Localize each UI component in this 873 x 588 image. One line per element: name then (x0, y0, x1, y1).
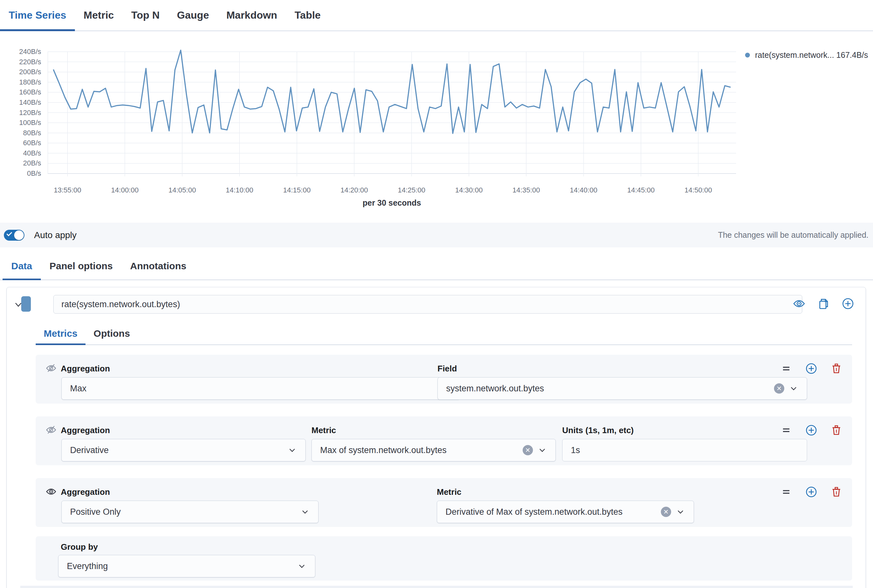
group-by-select[interactable]: Everything (58, 555, 315, 578)
aggregation-select[interactable]: Max (62, 377, 460, 400)
aggregation-label: Aggregation (61, 425, 110, 435)
tab-top-n[interactable]: Top N (122, 0, 168, 30)
legend-series-dot (745, 53, 750, 57)
units-input[interactable] (562, 439, 807, 461)
chevron-down-icon (287, 446, 297, 455)
clear-field-icon[interactable]: ✕ (774, 383, 784, 394)
add-metric-icon[interactable] (805, 485, 818, 499)
aggregation-select[interactable]: Derivative (62, 439, 306, 461)
editor-tabbar: Data Panel options Annotations (0, 252, 873, 280)
metric-select[interactable]: Max of system.network.out.bytes ✕ (311, 439, 556, 461)
auto-apply-toggle[interactable] (4, 230, 24, 241)
series-card: Metrics Options Aggregation Max Field sy… (6, 287, 866, 588)
x-tick-label: 13:55:00 (54, 186, 81, 194)
y-tick-label: 60B/s (6, 139, 41, 147)
add-metric-icon[interactable] (805, 423, 818, 437)
y-tick-label: 200B/s (6, 68, 41, 76)
x-tick-label: 14:00:00 (111, 186, 139, 194)
y-tick-label: 0B/s (6, 170, 41, 178)
drag-handle-icon[interactable] (780, 362, 793, 375)
drag-handle-icon[interactable] (780, 485, 793, 499)
y-tick-label: 40B/s (6, 149, 41, 158)
duplicate-icon[interactable] (817, 297, 830, 310)
chevron-down-icon (676, 507, 685, 517)
interval-label: per 30 seconds (48, 198, 736, 208)
metric-label: Metric (311, 425, 336, 435)
auto-apply-label: Auto apply (34, 230, 77, 240)
next-section-divider (20, 586, 853, 588)
eye-slash-icon (45, 363, 57, 374)
aggregation-select[interactable]: Positive Only (62, 501, 319, 523)
chevron-down-icon (789, 384, 798, 393)
clear-metric-icon[interactable]: ✕ (661, 507, 671, 517)
tsvb-editor: Time Series Metric Top N Gauge Markdown … (0, 0, 873, 588)
tab-gauge[interactable]: Gauge (168, 0, 218, 30)
tab-data[interactable]: Data (3, 252, 41, 279)
delete-metric-icon[interactable] (829, 423, 843, 437)
x-tick-label: 14:05:00 (168, 186, 196, 194)
x-tick-label: 14:30:00 (455, 186, 483, 194)
y-tick-label: 240B/s (6, 48, 41, 56)
eye-icon[interactable] (792, 297, 806, 310)
chevron-down-icon (297, 561, 307, 571)
auto-apply-bar: Auto apply The changes will be automatic… (0, 223, 873, 248)
metric-select[interactable]: Derivative of Max of system.network.out.… (437, 501, 694, 523)
legend-item[interactable]: rate(system.network... 167.4B/s (745, 51, 868, 60)
check-icon (6, 230, 12, 236)
chart-plot (48, 49, 736, 177)
metrics-tabbar: Metrics Options (36, 322, 852, 345)
viz-tabbar: Time Series Metric Top N Gauge Markdown … (0, 0, 873, 31)
tab-time-series[interactable]: Time Series (0, 0, 75, 30)
y-tick-label: 180B/s (6, 78, 41, 86)
tab-markdown[interactable]: Markdown (218, 0, 286, 30)
metric-row-positive-only: Aggregation Positive Only Metric Derivat… (36, 478, 852, 527)
x-tick-label: 14:35:00 (512, 186, 540, 194)
y-tick-label: 100B/s (6, 118, 41, 127)
tab-annotations[interactable]: Annotations (122, 252, 195, 279)
chevron-down-icon (538, 446, 547, 455)
legend-series-label: rate(system.network... 167.4B/s (755, 51, 868, 60)
drag-handle-icon[interactable] (780, 423, 793, 437)
x-tick-label: 14:25:00 (398, 186, 425, 194)
x-tick-label: 14:10:00 (225, 186, 253, 194)
eye-icon (45, 486, 57, 497)
chevron-down-icon (300, 507, 310, 517)
aggregation-label: Aggregation (61, 364, 110, 374)
y-tick-label: 80B/s (6, 129, 41, 137)
group-by-label: Group by (61, 542, 98, 552)
series-color-swatch[interactable] (21, 296, 31, 312)
y-tick-label: 120B/s (6, 109, 41, 117)
units-label: Units (1s, 1m, etc) (562, 425, 634, 435)
clear-metric-icon[interactable]: ✕ (523, 445, 533, 455)
tab-metric[interactable]: Metric (75, 0, 122, 30)
metric-row-max: Aggregation Max Field system.network.out… (36, 355, 852, 404)
toggle-knob (14, 230, 24, 240)
x-tick-label: 14:50:00 (685, 186, 712, 194)
series-line (53, 50, 730, 134)
y-tick-label: 140B/s (6, 98, 41, 106)
auto-apply-note: The changes will be automatically applie… (718, 230, 868, 240)
metric-row-derivative: Aggregation Derivative Metric Max of sys… (36, 416, 852, 465)
series-header (7, 294, 865, 314)
x-tick-label: 14:15:00 (283, 186, 311, 194)
delete-metric-icon[interactable] (829, 362, 843, 375)
add-series-icon[interactable] (841, 297, 855, 310)
x-tick-label: 14:40:00 (570, 186, 598, 194)
field-label: Field (437, 364, 457, 374)
tab-panel-options[interactable]: Panel options (41, 252, 122, 279)
aggregation-label: Aggregation (61, 487, 110, 497)
y-tick-label: 160B/s (6, 88, 41, 96)
field-select[interactable]: system.network.out.bytes ✕ (437, 377, 807, 400)
x-tick-label: 14:45:00 (627, 186, 655, 194)
add-metric-icon[interactable] (805, 362, 818, 375)
time-series-chart: 240B/s220B/s200B/s180B/s160B/s140B/s120B… (0, 31, 873, 223)
eye-slash-icon (45, 424, 57, 436)
x-tick-label: 14:20:00 (340, 186, 368, 194)
tab-options[interactable]: Options (86, 322, 138, 345)
series-name-input[interactable] (53, 295, 802, 314)
tab-metrics[interactable]: Metrics (36, 322, 86, 345)
tab-table[interactable]: Table (286, 0, 329, 30)
delete-metric-icon[interactable] (829, 485, 843, 499)
y-tick-label: 220B/s (6, 58, 41, 66)
group-by-row: Group by Everything (36, 536, 852, 580)
